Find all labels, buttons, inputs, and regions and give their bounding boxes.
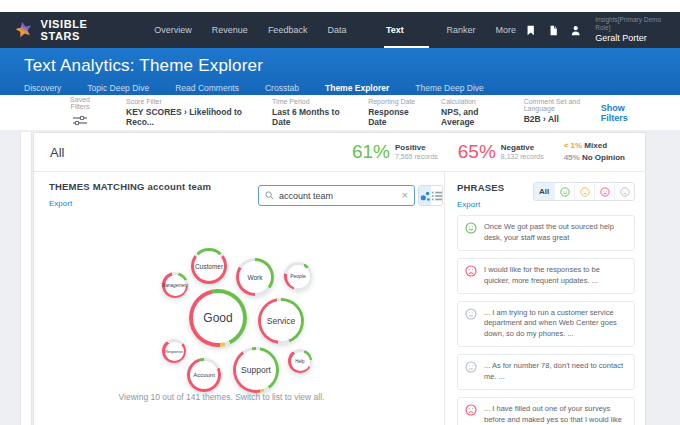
- no-opinion-pct: 45%: [564, 153, 580, 162]
- user-block[interactable]: Insights[Primary Demo Role] Geralt Porte…: [595, 16, 666, 44]
- phrase-text: Once We got past the out sourced help de…: [484, 222, 614, 242]
- filter-score[interactable]: Score Filter KEY SCORES › Likelihood to …: [126, 98, 252, 127]
- saved-filters-label: Saved Filters: [62, 96, 98, 111]
- positive-stat: 61% Positive 7,565 records: [352, 141, 438, 163]
- sentiment-filter-all[interactable]: All: [534, 183, 554, 200]
- filter-reporting-value: Response Date: [368, 107, 421, 127]
- show-filters-link[interactable]: Show Filters: [601, 103, 648, 123]
- theme-bubble-good[interactable]: Good: [189, 289, 247, 347]
- negative-records: 8,132 records: [501, 153, 544, 162]
- phrases-title: PHRASES: [457, 182, 504, 193]
- filter-time-value: Last 6 Months to Date: [272, 107, 348, 127]
- sentiment-face-icon: [465, 404, 477, 416]
- theme-bubble-service[interactable]: Service: [258, 298, 304, 344]
- phrase-item[interactable]: Once We got past the out sourced help de…: [457, 215, 635, 251]
- theme-bubble-label: Account: [193, 372, 215, 378]
- nav-item-more[interactable]: More: [486, 12, 527, 48]
- theme-bubble-label: Management: [162, 283, 188, 288]
- filter-bar: Saved Filters Score Filter KEY SCORES › …: [0, 95, 680, 130]
- scope-label: All: [50, 145, 64, 160]
- page-title: Text Analytics: Theme Explorer: [24, 56, 680, 76]
- sentiment-filter-positive-icon[interactable]: [554, 183, 574, 200]
- filter-calculation[interactable]: Calculation NPS, and Average: [441, 98, 504, 127]
- theme-bubble-management[interactable]: Management: [162, 272, 188, 298]
- phrases-export-link[interactable]: Export: [457, 200, 480, 209]
- nav-item-ranker[interactable]: Ranker: [437, 12, 486, 48]
- brand-name: VISIBLE STARS: [40, 18, 120, 42]
- top-navbar: VISIBLE STARS Overview Revenue Feedback …: [0, 12, 680, 48]
- sliders-icon: [72, 115, 88, 126]
- sentiment-filter-neutral-icon[interactable]: [614, 183, 634, 200]
- nav-item-feedback[interactable]: Feedback: [258, 12, 318, 48]
- negative-stat: 65% Negative 8,132 records: [458, 141, 544, 163]
- theme-bubble-account[interactable]: Account: [187, 358, 221, 392]
- sentiment-face-icon: [465, 265, 477, 277]
- phrase-text: ... As for number 78, don't need to cont…: [484, 361, 623, 381]
- mixed-label: Mixed: [584, 141, 607, 150]
- filter-score-value: KEY SCORES › Likelihood to Reco...: [126, 107, 252, 127]
- theme-bubble-label: Good: [203, 311, 232, 325]
- nav-item-text-analytics[interactable]: Text Analytics: [376, 12, 437, 48]
- theme-bubble-help[interactable]: Help: [288, 349, 312, 373]
- filter-score-label: Score Filter: [126, 98, 252, 105]
- user-role: Insights[Primary Demo Role]: [595, 16, 666, 32]
- filter-calculation-value: NPS, and Average: [441, 107, 504, 127]
- filter-comment-set[interactable]: Comment Set and Language B2B › All: [524, 98, 601, 127]
- sentiment-filter-mixed-icon[interactable]: [574, 183, 594, 200]
- sentiment-face-icon: [465, 222, 477, 234]
- brand-logo[interactable]: VISIBLE STARS: [14, 18, 120, 42]
- nav-item-revenue[interactable]: Revenue: [202, 12, 258, 48]
- filter-time-period[interactable]: Time Period Last 6 Months to Date: [272, 98, 348, 127]
- theme-bubble-label: Work: [247, 274, 262, 281]
- user-icon[interactable]: [571, 24, 580, 37]
- phrase-item[interactable]: ... As for number 78, don't need to cont…: [457, 354, 635, 390]
- navbar-right: Insights[Primary Demo Role] Geralt Porte…: [526, 16, 666, 44]
- phrases-panel: PHRASES Export All: [444, 172, 645, 425]
- theme-bubble-label: Service: [267, 316, 295, 326]
- themes-panel: THEMES MATCHING account team Export ×: [34, 172, 444, 425]
- nav-item-overview[interactable]: Overview: [144, 12, 202, 48]
- sentiment-filter-negative-icon[interactable]: [594, 183, 614, 200]
- star-logo-icon: [14, 19, 33, 41]
- phrase-item[interactable]: I would like for the responses to be qui…: [457, 258, 635, 294]
- page-header: Text Analytics: Theme Explorer Discovery…: [0, 48, 680, 95]
- content-split: THEMES MATCHING account team Export ×: [34, 172, 645, 425]
- phrase-text: ... I have filled out one of your survey…: [484, 404, 622, 425]
- document-icon[interactable]: [549, 24, 558, 37]
- filter-reporting-label: Reporting Date: [368, 98, 421, 105]
- bubble-caption: Viewing 10 out of 141 themes. Switch to …: [34, 392, 409, 402]
- theme-bubble-label: Support: [241, 365, 271, 375]
- phrase-item[interactable]: ... I am trying to run a customer servic…: [457, 301, 635, 348]
- theme-bubble-response[interactable]: Response: [162, 339, 186, 363]
- mixed-noopinion-stat: < 1% Mixed 45% No Opinion: [564, 140, 625, 164]
- sentiment-face-icon: [465, 361, 477, 373]
- theme-bubble-support[interactable]: Support: [233, 347, 279, 393]
- theme-bubble-label: Help: [295, 359, 304, 364]
- sentiment-face-icon: [465, 308, 477, 320]
- phrase-list: Once We got past the out sourced help de…: [457, 215, 635, 425]
- filter-time-label: Time Period: [272, 98, 348, 105]
- nav-item-data-analytics[interactable]: Data Analytics: [317, 12, 376, 48]
- filter-fields: Score Filter KEY SCORES › Likelihood to …: [126, 98, 601, 127]
- positive-label: Positive: [395, 143, 438, 153]
- filter-calculation-label: Calculation: [441, 98, 504, 105]
- main-card: All 61% Positive 7,565 records 65% Negat…: [33, 132, 646, 425]
- positive-records: 7,565 records: [395, 153, 438, 162]
- phrase-text: I would like for the responses to be qui…: [484, 265, 600, 285]
- negative-pct: 65%: [458, 141, 496, 163]
- no-opinion-label: No Opinion: [582, 153, 625, 162]
- saved-filters-button[interactable]: Saved Filters: [62, 96, 98, 130]
- collapsed-left-rail[interactable]: [20, 132, 32, 425]
- theme-bubble-customer[interactable]: Customer: [191, 248, 227, 284]
- theme-bubble-work[interactable]: Work: [236, 258, 274, 296]
- filter-reporting-date[interactable]: Reporting Date Response Date: [368, 98, 421, 127]
- theme-bubble-field: ManagementCustomerWorkPeopleGoodServiceR…: [34, 172, 444, 425]
- phrase-item[interactable]: ... I have filled out one of your survey…: [457, 397, 635, 425]
- bookmark-icon[interactable]: [526, 24, 535, 37]
- negative-label: Negative: [501, 143, 544, 153]
- theme-bubble-people[interactable]: People: [284, 262, 312, 290]
- positive-pct: 61%: [352, 141, 390, 163]
- sentiment-stats: 61% Positive 7,565 records 65% Negative …: [352, 140, 625, 164]
- filter-comment-value: B2B › All: [524, 114, 601, 124]
- page-background: All 61% Positive 7,565 records 65% Negat…: [0, 130, 680, 425]
